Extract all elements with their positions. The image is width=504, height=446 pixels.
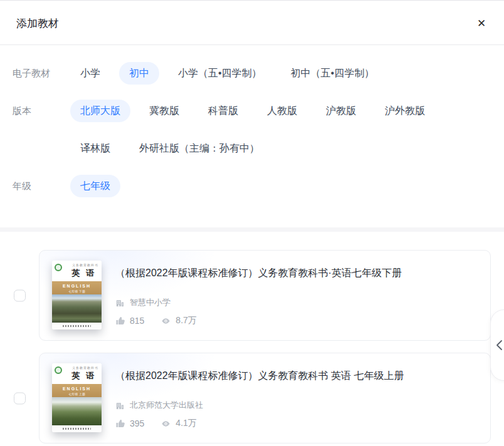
collapse-drawer-handle[interactable] — [490, 309, 504, 381]
likes-count: 815 — [130, 316, 144, 326]
close-icon[interactable]: ✕ — [473, 14, 490, 32]
eye-icon — [160, 316, 171, 326]
views-count: 4.1万 — [176, 418, 196, 429]
stats-row: 815 8.7万 — [115, 315, 478, 326]
publisher-row: 北京师范大学出版社 — [115, 400, 478, 411]
chevron-left-icon — [496, 340, 503, 351]
filter-option[interactable]: 人教版 — [257, 100, 307, 122]
cover-english-text: ENGLISH — [52, 384, 102, 392]
views-stat: 8.7万 — [160, 315, 196, 326]
book-title: （根据2022年版课程标准修订）义务教育教科书 英语 七年级上册 — [115, 369, 478, 383]
book-info: （根据2022年版课程标准修订）义务教育教科书·英语七年级下册 — [115, 261, 478, 330]
cover-band: ENGLISH 七年级 上册 — [52, 384, 102, 397]
thumb-up-icon — [115, 418, 125, 428]
filter-option[interactable]: 冀教版 — [139, 100, 189, 122]
dialog-title: 添加教材 — [16, 16, 59, 31]
filter-option[interactable]: 七年级 — [70, 175, 120, 197]
cover-footer — [52, 323, 102, 329]
cover-publisher-logo-icon — [55, 366, 62, 374]
filter-option[interactable]: 科普版 — [198, 100, 248, 122]
publisher-name: 智慧中小学 — [130, 297, 171, 308]
cover-english-text: ENGLISH — [52, 281, 102, 289]
cover-photo — [52, 397, 102, 425]
filter-row: 电子教材 小学初中小学（五•四学制）初中（五•四学制） — [13, 62, 491, 85]
dialog-header: 添加教材 ✕ — [0, 1, 504, 45]
likes-stat: 815 — [115, 316, 144, 326]
book-row: 义务教育教科书 英 语 ENGLISH 七年级 下册 （根据2022年版课程标准… — [39, 250, 491, 341]
cover-subject-text: 英 语 — [71, 370, 96, 381]
book-checkbox[interactable] — [14, 392, 26, 404]
book-checkbox[interactable] — [14, 289, 26, 301]
publisher-row: 智慧中小学 — [115, 297, 478, 308]
filter-label: 年级 — [13, 175, 70, 197]
cover-footer-text-bar — [63, 325, 92, 327]
cover-grade-text: 七年级 上册 — [52, 392, 102, 396]
cover-footer — [52, 425, 102, 432]
views-count: 8.7万 — [176, 315, 196, 326]
filter-options: 北师大版冀教版科普版人教版沪教版沪外教版译林版外研社版（主编：孙有中） — [70, 100, 471, 160]
likes-stat: 395 — [115, 418, 144, 428]
filter-option[interactable]: 北师大版 — [70, 100, 130, 122]
book-card[interactable]: 义务教育教科书 英 语 ENGLISH 七年级 下册 （根据2022年版课程标准… — [39, 250, 491, 341]
building-icon — [115, 401, 125, 410]
eye-icon — [160, 419, 171, 428]
cover-grade-text: 七年级 下册 — [52, 289, 102, 293]
filter-row: 版本 北师大版冀教版科普版人教版沪教版沪外教版译林版外研社版（主编：孙有中） — [13, 100, 491, 160]
filter-label: 版本 — [13, 100, 70, 122]
filter-option[interactable]: 初中（五•四学制） — [281, 62, 385, 85]
add-textbook-dialog: 添加教材 ✕ 电子教材 小学初中小学（五•四学制）初中（五•四学制） 版本 北师… — [0, 0, 504, 446]
cover-band: ENGLISH 七年级 下册 — [52, 281, 102, 294]
likes-count: 395 — [130, 418, 144, 428]
cover-subject-text: 英 语 — [71, 267, 96, 279]
cover-series-text: 义务教育教科书 — [72, 366, 98, 370]
filter-row: 年级 七年级 — [13, 175, 491, 197]
thumb-up-icon — [115, 316, 125, 326]
building-icon — [115, 298, 125, 308]
filter-panel: 电子教材 小学初中小学（五•四学制）初中（五•四学制） 版本 北师大版冀教版科普… — [0, 45, 504, 197]
section-divider — [0, 227, 504, 232]
filter-label: 电子教材 — [13, 62, 70, 85]
filter-option[interactable]: 小学 — [70, 62, 110, 85]
filter-option[interactable]: 初中 — [119, 62, 159, 85]
stats-row: 395 4.1万 — [115, 418, 478, 429]
views-stat: 4.1万 — [160, 418, 196, 429]
filter-options: 小学初中小学（五•四学制）初中（五•四学制） — [70, 62, 384, 85]
filter-option[interactable]: 沪教版 — [316, 100, 366, 122]
book-cover: 义务教育教科书 英 语 ENGLISH 七年级 上册 — [52, 363, 102, 432]
cover-footer-text-bar — [63, 428, 92, 430]
cover-photo — [52, 294, 102, 323]
filter-option[interactable]: 外研社版（主编：孙有中） — [129, 137, 270, 160]
book-list: 义务教育教科书 英 语 ENGLISH 七年级 下册 （根据2022年版课程标准… — [0, 232, 504, 443]
cover-publisher-logo-icon — [55, 264, 62, 271]
cover-header: 义务教育教科书 英 语 — [52, 363, 102, 384]
filter-option[interactable]: 译林版 — [70, 137, 120, 160]
cover-header: 义务教育教科书 英 语 — [52, 261, 102, 281]
filter-option[interactable]: 沪外教版 — [375, 100, 435, 122]
publisher-name: 北京师范大学出版社 — [130, 400, 203, 411]
filter-options: 七年级 — [70, 175, 120, 197]
book-card[interactable]: 义务教育教科书 英 语 ENGLISH 七年级 上册 （根据2022年版课程标准… — [39, 353, 491, 443]
book-info: （根据2022年版课程标准修订）义务教育教科书 英语 七年级上册 — [115, 363, 478, 433]
book-cover: 义务教育教科书 英 语 ENGLISH 七年级 下册 — [52, 261, 102, 329]
book-row: 义务教育教科书 英 语 ENGLISH 七年级 上册 （根据2022年版课程标准… — [39, 353, 491, 443]
filter-option[interactable]: 小学（五•四学制） — [168, 62, 272, 85]
cover-series-text: 义务教育教科书 — [72, 263, 98, 267]
book-title: （根据2022年版课程标准修订）义务教育教科书·英语七年级下册 — [115, 266, 478, 280]
